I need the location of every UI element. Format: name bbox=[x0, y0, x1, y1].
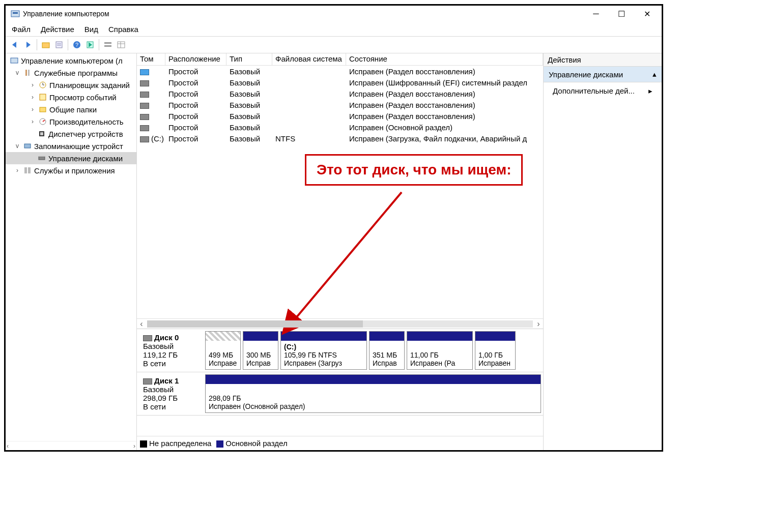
svg-rect-15 bbox=[25, 70, 27, 76]
actions-header: Действия bbox=[544, 53, 662, 67]
tree-diskmgmt[interactable]: Управление дисками bbox=[6, 152, 136, 164]
disk-icon bbox=[143, 335, 152, 341]
volume-row[interactable]: ПростойБазовыйИсправен (Основной раздел) bbox=[137, 122, 543, 133]
detail-icon[interactable] bbox=[115, 39, 127, 51]
tree-eventviewer[interactable]: ›Просмотр событий bbox=[6, 91, 136, 103]
app-window: Управление компьютером ─ ☐ ✕ Файл Действ… bbox=[4, 4, 663, 452]
volume-hscroll[interactable]: ‹› bbox=[137, 318, 543, 329]
legend: Не распределена Основной раздел bbox=[137, 436, 543, 450]
disk1-block: Диск 1 Базовый 298,09 ГБ В сети 298,09 Г… bbox=[137, 372, 543, 416]
legend-primary-icon bbox=[216, 440, 223, 448]
disk0-partition[interactable]: 300 МБИсправ bbox=[243, 331, 278, 370]
col-volume[interactable]: Том bbox=[137, 53, 165, 65]
folder-icon[interactable] bbox=[40, 39, 52, 51]
disk0-partition[interactable]: 499 МБИсправе bbox=[205, 331, 241, 370]
tree-pane: Управление компьютером (л vСлужебные про… bbox=[6, 53, 137, 450]
tree-devicemgr[interactable]: Диспетчер устройств bbox=[6, 128, 136, 140]
menu-file[interactable]: Файл bbox=[9, 23, 34, 36]
volume-list: ПростойБазовыйИсправен (Раздел восстанов… bbox=[137, 66, 543, 144]
volume-row[interactable]: ПростойБазовыйИсправен (Раздел восстанов… bbox=[137, 99, 543, 110]
tree-root[interactable]: Управление компьютером (л bbox=[6, 54, 136, 67]
disk0-partition[interactable]: 1,00 ГБИсправен bbox=[475, 331, 516, 370]
svg-rect-10 bbox=[104, 45, 111, 47]
disk1-info[interactable]: Диск 1 Базовый 298,09 ГБ В сети bbox=[138, 373, 204, 414]
tree-perf[interactable]: ›Производительность bbox=[6, 115, 136, 128]
svg-rect-9 bbox=[104, 42, 111, 44]
tree-group-services[interactable]: ›Службы и приложения bbox=[6, 164, 136, 176]
forward-button[interactable] bbox=[22, 39, 34, 51]
disk1-partition[interactable]: 298,09 ГБ Исправен (Основной раздел) bbox=[205, 374, 541, 413]
app-icon bbox=[11, 9, 20, 18]
svg-text:?: ? bbox=[75, 42, 78, 48]
collapse-icon: ▴ bbox=[652, 70, 657, 79]
svg-rect-29 bbox=[28, 167, 31, 173]
col-status[interactable]: Состояние bbox=[346, 53, 543, 65]
tree-group-tools[interactable]: vСлужебные программы bbox=[6, 67, 136, 79]
toolbar: ? bbox=[6, 36, 662, 53]
disk0-partition[interactable]: (C:)105,99 ГБ NTFSИсправен (Загруз bbox=[280, 331, 367, 370]
minimize-button[interactable]: ─ bbox=[588, 7, 604, 21]
svg-line-30 bbox=[295, 192, 402, 319]
legend-unallocated-icon bbox=[140, 440, 147, 448]
svg-rect-2 bbox=[42, 43, 49, 48]
svg-rect-14 bbox=[11, 58, 18, 63]
volume-row[interactable]: ПростойБазовыйИсправен (Раздел восстанов… bbox=[137, 110, 543, 122]
menu-help[interactable]: Справка bbox=[105, 23, 141, 36]
tree-hscroll[interactable]: ‹› bbox=[6, 441, 136, 450]
svg-rect-20 bbox=[40, 94, 46, 100]
volume-header: Том Расположение Тип Файловая система Со… bbox=[137, 53, 543, 66]
svg-rect-25 bbox=[24, 144, 31, 148]
refresh-icon[interactable] bbox=[84, 39, 96, 51]
back-button[interactable] bbox=[9, 39, 21, 51]
disk0-partition[interactable]: 11,00 ГБИсправен (Ра bbox=[407, 331, 473, 370]
close-button[interactable]: ✕ bbox=[639, 7, 655, 21]
window-title: Управление компьютером bbox=[23, 10, 588, 18]
col-layout[interactable]: Расположение bbox=[165, 53, 226, 65]
volume-row[interactable]: ПростойБазовыйИсправен (Раздел восстанов… bbox=[137, 88, 543, 99]
svg-rect-27 bbox=[39, 156, 45, 157]
actions-more[interactable]: Дополнительные дей...▸ bbox=[544, 82, 662, 100]
disk-icon bbox=[143, 378, 152, 385]
disk0-partition[interactable]: 351 МБИсправ bbox=[369, 331, 405, 370]
col-type[interactable]: Тип bbox=[226, 53, 272, 65]
help-icon[interactable]: ? bbox=[71, 39, 83, 51]
svg-rect-16 bbox=[28, 70, 30, 76]
disk0-info[interactable]: Диск 0 Базовый 119,12 ГБ В сети bbox=[138, 330, 204, 371]
titlebar: Управление компьютером ─ ☐ ✕ bbox=[6, 6, 662, 22]
svg-rect-26 bbox=[39, 157, 45, 160]
annotation-box: Это тот диск, что мы ищем: bbox=[305, 154, 523, 186]
menu-view[interactable]: Вид bbox=[81, 23, 101, 36]
tree-shared[interactable]: ›Общие папки bbox=[6, 103, 136, 115]
col-fs[interactable]: Файловая система bbox=[272, 53, 346, 65]
chevron-right-icon: ▸ bbox=[648, 86, 652, 96]
disk-graphic: Диск 0 Базовый 119,12 ГБ В сети 499 МБИс… bbox=[137, 329, 543, 436]
list-icon[interactable] bbox=[102, 39, 114, 51]
maximize-button[interactable]: ☐ bbox=[614, 7, 629, 21]
svg-rect-3 bbox=[56, 42, 62, 48]
actions-section[interactable]: Управление дисками▴ bbox=[544, 67, 662, 82]
volume-row[interactable]: ПростойБазовыйИсправен (Шифрованный (EFI… bbox=[137, 77, 543, 88]
volume-row[interactable]: (C:)ПростойБазовыйNTFSИсправен (Загрузка… bbox=[137, 133, 543, 144]
svg-rect-28 bbox=[24, 167, 27, 173]
actions-pane: Действия Управление дисками▴ Дополнитель… bbox=[544, 53, 662, 450]
tree-scheduler[interactable]: ›Планировщик заданий bbox=[6, 79, 136, 91]
volume-row[interactable]: ПростойБазовыйИсправен (Раздел восстанов… bbox=[137, 66, 543, 77]
svg-rect-1 bbox=[13, 12, 18, 14]
svg-rect-24 bbox=[40, 132, 43, 135]
disk0-block: Диск 0 Базовый 119,12 ГБ В сети 499 МБИс… bbox=[137, 329, 543, 372]
svg-rect-21 bbox=[40, 107, 46, 112]
menubar: Файл Действие Вид Справка bbox=[6, 22, 662, 36]
menu-action[interactable]: Действие bbox=[38, 23, 77, 36]
svg-rect-11 bbox=[118, 42, 125, 48]
center-pane: Том Расположение Тип Файловая система Со… bbox=[137, 53, 544, 450]
tree-group-storage[interactable]: vЗапоминающие устройст bbox=[6, 140, 136, 152]
properties-icon[interactable] bbox=[53, 39, 65, 51]
